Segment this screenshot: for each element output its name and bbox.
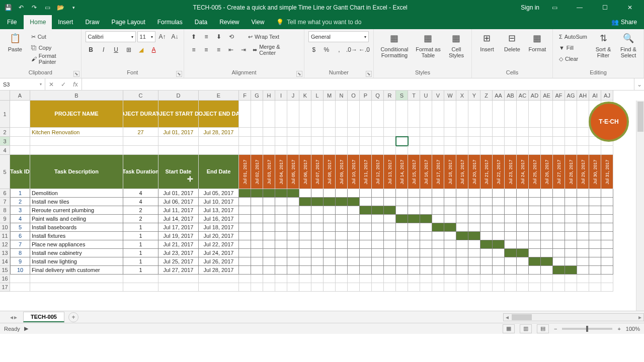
gantt-cell[interactable] — [251, 223, 263, 232]
cell[interactable] — [299, 283, 311, 292]
cell[interactable] — [360, 275, 372, 283]
task-start[interactable]: Jul 27, 2017 — [158, 266, 199, 275]
share-button[interactable]: 👥Share — [604, 15, 644, 29]
gantt-bar[interactable] — [480, 240, 493, 249]
gantt-cell[interactable] — [480, 198, 493, 206]
gantt-bar[interactable] — [299, 198, 311, 206]
row-header-12[interactable]: 12 — [0, 240, 10, 249]
col-header-AG[interactable]: AG — [565, 90, 577, 101]
gantt-cell[interactable] — [480, 249, 493, 257]
increase-decimal-icon[interactable]: .0→ — [346, 44, 357, 55]
gantt-cell[interactable] — [336, 215, 348, 223]
task-start[interactable]: Jul 19, 2017 — [158, 232, 199, 240]
task-id[interactable]: 7 — [10, 240, 30, 249]
date-header[interactable]: Jul 17, 2017 — [432, 155, 444, 189]
gantt-cell[interactable] — [480, 206, 493, 215]
close-icon[interactable]: ✕ — [620, 2, 640, 14]
cell[interactable] — [589, 275, 601, 283]
col-header-U[interactable]: U — [420, 90, 432, 101]
gantt-cell[interactable] — [287, 223, 299, 232]
new-icon[interactable]: ▭ — [41, 2, 53, 14]
cell[interactable] — [311, 275, 324, 283]
row-header-1[interactable]: 1 — [0, 101, 10, 128]
gantt-cell[interactable] — [565, 223, 577, 232]
cell[interactable] — [480, 128, 493, 137]
project-duration-value[interactable]: 27 — [123, 128, 158, 137]
cell[interactable] — [505, 137, 517, 146]
cell[interactable] — [348, 283, 360, 292]
align-top-icon[interactable]: ⬆ — [188, 31, 199, 42]
cell[interactable] — [577, 101, 589, 128]
gantt-cell[interactable] — [529, 206, 541, 215]
gantt-bar[interactable] — [493, 240, 505, 249]
col-header-L[interactable]: L — [311, 90, 324, 101]
cell[interactable] — [480, 275, 493, 283]
redo-icon[interactable]: ↷ — [28, 2, 40, 14]
gantt-cell[interactable] — [396, 223, 408, 232]
cell[interactable] — [275, 137, 287, 146]
date-header[interactable]: Jul 05, 2017 — [287, 155, 299, 189]
gantt-bar[interactable] — [239, 189, 251, 198]
gantt-cell[interactable] — [493, 249, 505, 257]
gantt-cell[interactable] — [324, 240, 336, 249]
gantt-cell[interactable] — [275, 223, 287, 232]
gantt-cell[interactable] — [311, 223, 324, 232]
cell[interactable] — [251, 137, 263, 146]
project-name-header[interactable]: PROJECT NAME — [30, 101, 123, 128]
task-dur[interactable]: 1 — [123, 232, 158, 240]
gantt-cell[interactable] — [299, 266, 311, 275]
gantt-cell[interactable] — [565, 249, 577, 257]
date-header[interactable]: Jul 06, 2017 — [299, 155, 311, 189]
date-header[interactable]: Jul 02, 2017 — [251, 155, 263, 189]
cell-a2[interactable] — [10, 128, 30, 137]
task-start[interactable]: Jul 01, 2017 — [158, 189, 199, 198]
alignment-launcher-icon[interactable]: ⬊ — [296, 71, 302, 77]
task-end[interactable]: Jul 24, 2017 — [199, 249, 239, 257]
task-id[interactable]: 4 — [10, 215, 30, 223]
gantt-bar[interactable] — [360, 206, 372, 215]
task-desc[interactable]: Install baseboards — [30, 223, 123, 232]
gantt-cell[interactable] — [239, 240, 251, 249]
gantt-cell[interactable] — [336, 232, 348, 240]
cell[interactable] — [384, 146, 396, 155]
cell[interactable] — [408, 283, 420, 292]
col-header-W[interactable]: W — [444, 90, 456, 101]
gantt-cell[interactable] — [372, 240, 384, 249]
cell[interactable] — [324, 283, 336, 292]
cell[interactable] — [263, 275, 275, 283]
cell[interactable] — [444, 275, 456, 283]
cell[interactable] — [123, 146, 158, 155]
row-header-2[interactable]: 2 — [0, 128, 10, 137]
cell[interactable] — [493, 137, 505, 146]
gantt-cell[interactable] — [420, 232, 432, 240]
gantt-cell[interactable] — [299, 249, 311, 257]
gantt-cell[interactable] — [577, 240, 589, 249]
cell[interactable] — [348, 128, 360, 137]
gantt-cell[interactable] — [263, 240, 275, 249]
gantt-cell[interactable] — [541, 249, 553, 257]
row-header-8[interactable]: 8 — [0, 206, 10, 215]
gantt-cell[interactable] — [336, 240, 348, 249]
task-desc[interactable]: Final delivery with customer — [30, 266, 123, 275]
cell[interactable] — [505, 146, 517, 155]
tab-view[interactable]: View — [246, 15, 271, 29]
gantt-cell[interactable] — [420, 257, 432, 266]
gantt-cell[interactable] — [275, 198, 287, 206]
gantt-cell[interactable] — [529, 198, 541, 206]
task-end[interactable]: Jul 16, 2017 — [199, 215, 239, 223]
underline-button[interactable]: U — [111, 44, 122, 55]
gantt-cell[interactable] — [432, 198, 444, 206]
cell[interactable] — [263, 128, 275, 137]
gantt-cell[interactable] — [348, 240, 360, 249]
gantt-cell[interactable] — [553, 249, 565, 257]
save-icon[interactable]: 💾 — [2, 2, 14, 14]
cell[interactable] — [432, 137, 444, 146]
date-header[interactable]: Jul 15, 2017 — [408, 155, 420, 189]
gantt-cell[interactable] — [517, 240, 529, 249]
tab-home[interactable]: Home — [24, 15, 52, 29]
gantt-cell[interactable] — [565, 232, 577, 240]
gantt-cell[interactable] — [275, 232, 287, 240]
gantt-cell[interactable] — [577, 249, 589, 257]
cell[interactable] — [577, 283, 589, 292]
gantt-cell[interactable] — [239, 206, 251, 215]
